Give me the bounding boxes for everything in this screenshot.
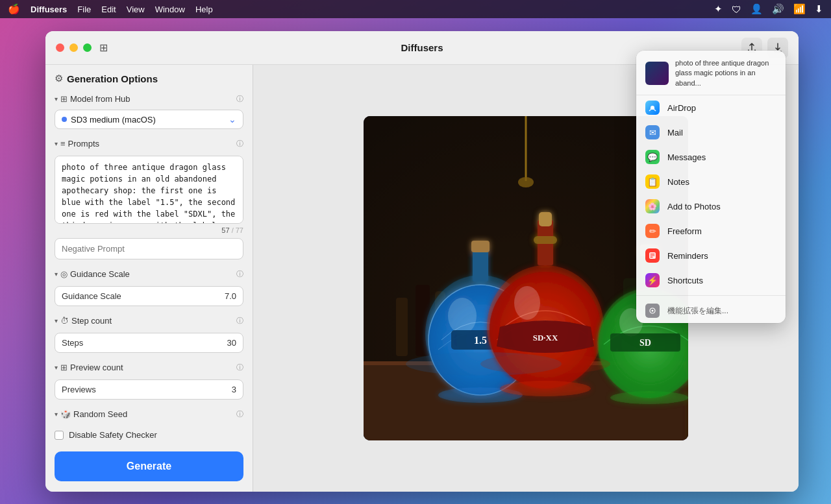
share-thumbnail xyxy=(645,62,669,85)
negative-prompt-input[interactable] xyxy=(55,238,243,259)
prompt-input[interactable]: photo of three antique dragon glass magi… xyxy=(55,156,243,224)
share-dropdown: photo of three antique dragon glass magi… xyxy=(636,51,786,323)
step-icon: ⏱ xyxy=(60,316,69,326)
extensions-edit-label: 機能拡張を編集... xyxy=(667,306,728,317)
svg-rect-47 xyxy=(651,257,653,258)
previews-value: 3 xyxy=(232,385,236,394)
share-preview-text: photo of three antique dragon glass magi… xyxy=(675,58,776,88)
prompts-icon: ≡ xyxy=(60,139,66,149)
steps-value: 30 xyxy=(227,338,236,348)
seed-collapse-arrow[interactable]: ▾ xyxy=(55,411,58,418)
safety-checker-label: Disable Safety Checker xyxy=(69,430,157,440)
maximize-button[interactable] xyxy=(83,43,92,52)
guidance-value-row: Guidance Scale 7.0 xyxy=(55,286,243,306)
preview-collapse-arrow[interactable]: ▾ xyxy=(55,364,58,371)
svg-point-40 xyxy=(610,391,688,404)
app-menu-view[interactable]: View xyxy=(127,5,145,14)
share-shortcuts[interactable]: ⚡ Shortcuts xyxy=(636,268,786,293)
messages-label: Messages xyxy=(667,152,706,162)
minimize-button[interactable] xyxy=(69,43,78,52)
status-bar: Time: 45.8s Seed: 1.043B Set xyxy=(45,489,253,492)
menubar: 🍎 Diffusers File Edit View Window Help ✦… xyxy=(0,0,831,18)
svg-rect-14 xyxy=(471,241,490,252)
freeform-icon: ✏ xyxy=(645,224,660,238)
generate-button[interactable]: Generate xyxy=(55,451,243,481)
model-info-icon[interactable]: ⓘ xyxy=(236,94,243,104)
app-menu-edit[interactable]: Edit xyxy=(101,5,116,14)
app-menu-file[interactable]: File xyxy=(77,5,91,14)
model-selector[interactable]: SD3 medium (macOS) ⌄ xyxy=(55,110,243,129)
apple-menu[interactable]: 🍎 xyxy=(8,3,20,15)
svg-rect-4 xyxy=(396,298,408,356)
settings-icon: ⚙ xyxy=(55,73,63,84)
volume-icon[interactable]: 🔊 xyxy=(772,3,784,15)
app-menu-help[interactable]: Help xyxy=(195,5,213,14)
airdrop-icon xyxy=(645,101,660,115)
photos-icon: 🌸 xyxy=(645,199,660,213)
svg-point-28 xyxy=(514,286,540,320)
guidance-section-row: ▾ ◎ Guidance Scale ⓘ xyxy=(45,265,253,283)
preview-icon: ⊞ xyxy=(60,363,68,372)
share-extensions[interactable]: 機能拡張を編集... xyxy=(636,298,786,323)
share-freeform[interactable]: ✏ Freeform xyxy=(636,219,786,243)
share-messages[interactable]: 💬 Messages xyxy=(636,145,786,169)
seed-info-icon[interactable]: ⓘ xyxy=(236,409,243,419)
preview-section-label: Preview count xyxy=(70,363,234,372)
model-section-label: Model from Hub xyxy=(70,94,234,104)
messages-icon: 💬 xyxy=(645,150,660,164)
safety-checker-checkbox[interactable] xyxy=(55,431,64,440)
extensions-icon[interactable]: 🛡 xyxy=(732,4,741,15)
svg-rect-25 xyxy=(539,212,552,226)
wifi-icon[interactable]: 📶 xyxy=(793,3,806,15)
extensions-edit-icon xyxy=(645,304,660,318)
notes-icon: 📋 xyxy=(645,174,660,189)
close-button[interactable] xyxy=(56,43,64,52)
svg-text:SD: SD xyxy=(639,338,651,348)
svg-point-49 xyxy=(652,310,654,312)
steps-value-row: Steps 30 xyxy=(55,333,243,353)
prompts-collapse-arrow[interactable]: ▾ xyxy=(55,140,58,147)
previews-field-label: Previews xyxy=(62,385,96,394)
step-section-row: ▾ ⏱ Step count ⓘ xyxy=(45,311,253,330)
preview-section-row: ▾ ⊞ Preview count ⓘ xyxy=(45,358,253,377)
svg-point-18 xyxy=(448,298,477,334)
preview-info-icon[interactable]: ⓘ xyxy=(236,363,243,372)
sidebar-toggle[interactable]: ⊞ xyxy=(99,42,108,54)
svg-point-11 xyxy=(518,177,534,187)
shortcuts-label: Shortcuts xyxy=(667,276,703,285)
share-airdrop[interactable]: AirDrop xyxy=(636,95,786,120)
seed-icon: 🎲 xyxy=(60,409,71,419)
generation-options-title: Generation Options xyxy=(67,73,158,84)
step-collapse-arrow[interactable]: ▾ xyxy=(55,317,58,324)
share-reminders[interactable]: Reminders xyxy=(636,243,786,268)
safety-checker-row: Disable Safety Checker xyxy=(45,424,253,446)
model-section-row: ▾ ⊞ Model from Hub ⓘ xyxy=(45,90,253,108)
share-notes[interactable]: 📋 Notes xyxy=(636,169,786,194)
share-photos[interactable]: 🌸 Add to Photos xyxy=(636,194,786,219)
sidebar: ⚙ Generation Options ▾ ⊞ Model from Hub … xyxy=(45,65,253,492)
reminders-label: Reminders xyxy=(667,251,708,261)
shortcuts-icon: ⚡ xyxy=(645,273,660,287)
guidance-value: 7.0 xyxy=(225,291,236,301)
model-collapse-arrow[interactable]: ▾ xyxy=(55,95,58,102)
svg-text:1.5: 1.5 xyxy=(474,335,487,346)
step-info-icon[interactable]: ⓘ xyxy=(236,316,243,326)
svg-point-42 xyxy=(480,354,610,374)
app-menu-diffusers[interactable]: Diffusers xyxy=(31,5,67,14)
download-icon[interactable]: ⬇ xyxy=(815,3,823,15)
model-status-dot xyxy=(62,117,67,122)
mail-label: Mail xyxy=(667,128,683,138)
guidance-collapse-arrow[interactable]: ▾ xyxy=(55,270,58,278)
guidance-field-label: Guidance Scale xyxy=(62,291,121,301)
prompts-section-row: ▾ ≡ Prompts ⓘ xyxy=(45,134,253,153)
prompts-info-icon[interactable]: ⓘ xyxy=(236,139,243,149)
app-menu-window[interactable]: Window xyxy=(155,5,185,14)
svg-point-30 xyxy=(500,381,591,396)
share-mail[interactable]: ✉ Mail xyxy=(636,120,786,145)
guidance-info-icon[interactable]: ⓘ xyxy=(236,269,243,279)
prompt-char-max: 77 xyxy=(236,226,243,234)
model-icon: ⊞ xyxy=(60,94,68,104)
profiles-icon[interactable]: 👤 xyxy=(750,3,763,15)
chatgpt-icon[interactable]: ✦ xyxy=(714,3,723,15)
photos-label: Add to Photos xyxy=(667,202,721,211)
